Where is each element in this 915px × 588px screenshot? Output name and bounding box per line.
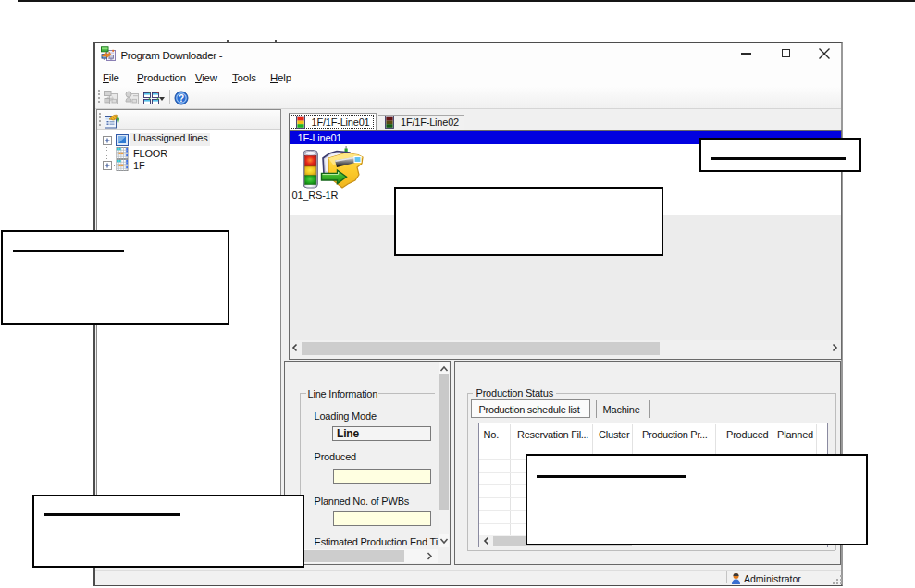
svg-text:?: ?: [179, 93, 184, 104]
